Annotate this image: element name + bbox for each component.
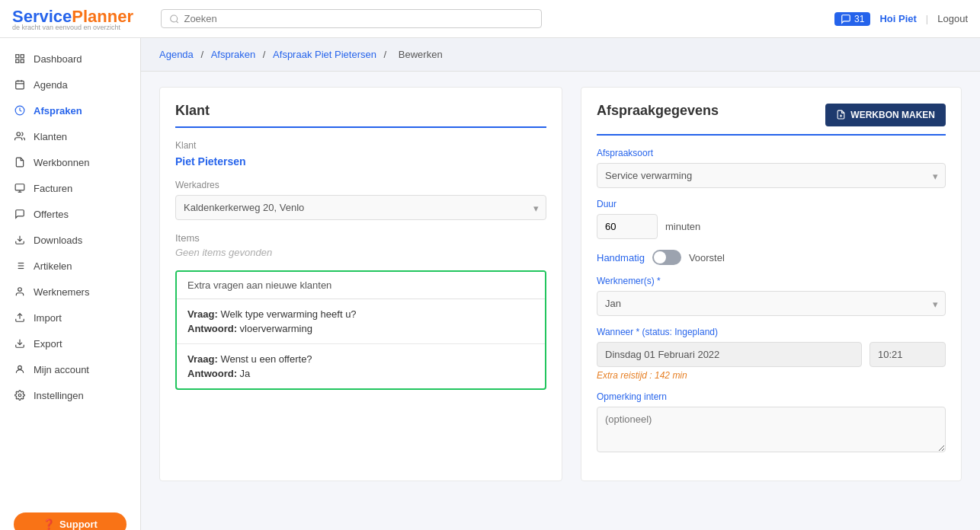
customer-label: Klant xyxy=(175,140,546,151)
customer-field-group: Klant Piet Pietersen xyxy=(175,140,546,168)
werkbon-button[interactable]: WERKBON MAKEN xyxy=(825,104,946,126)
offertes-icon xyxy=(14,208,26,220)
svg-rect-4 xyxy=(16,59,19,62)
svg-line-1 xyxy=(176,21,178,22)
klanten-icon xyxy=(14,130,26,142)
sidebar-item-dashboard[interactable]: Dashboard xyxy=(0,46,140,72)
address-select[interactable]: Kaldenkerkerweg 20, Venlo xyxy=(175,195,546,220)
sidebar-label-werknemers: Werknemers xyxy=(34,286,89,298)
sidebar-label-instellingen: Instellingen xyxy=(34,390,84,401)
sidebar-label-dashboard: Dashboard xyxy=(34,53,82,65)
svg-rect-3 xyxy=(21,55,24,58)
duur-input[interactable] xyxy=(597,214,658,239)
breadcrumb-sep3: / xyxy=(384,49,389,60)
sidebar-label-downloads: Downloads xyxy=(34,235,82,246)
handmatig-row: Handmatig Voorstel xyxy=(597,250,946,265)
opmerking-label: Opmerking intern xyxy=(597,391,946,402)
logout-link[interactable]: Logout xyxy=(937,13,968,24)
werkbon-icon xyxy=(836,110,846,120)
address-field-group: Werkadres Kaldenkerkerweg 20, Venlo xyxy=(175,180,546,220)
breadcrumb-afspraken[interactable]: Afspraken xyxy=(211,49,256,60)
svg-rect-5 xyxy=(21,59,24,62)
svg-rect-6 xyxy=(16,81,24,89)
address-label: Werkadres xyxy=(175,180,546,190)
top-right: 31 Hoi Piet | Logout xyxy=(834,12,968,26)
dashboard-icon xyxy=(14,53,26,65)
sidebar-item-export[interactable]: Export xyxy=(0,330,140,356)
handmatig-toggle[interactable] xyxy=(652,250,681,265)
sidebar-item-offertes[interactable]: Offertes xyxy=(0,201,140,227)
artikelen-icon xyxy=(14,260,26,272)
sidebar-label-klanten: Klanten xyxy=(34,131,67,142)
no-items-text: Geen items gevonden xyxy=(175,247,546,258)
chat-icon xyxy=(841,14,851,24)
account-icon xyxy=(14,363,26,375)
wanneer-date-input[interactable] xyxy=(597,342,862,367)
werkbon-button-label: WERKBON MAKEN xyxy=(850,110,935,120)
sidebar-item-facturen[interactable]: Facturen xyxy=(0,175,140,201)
afspraken-icon xyxy=(14,104,26,117)
duur-row: minuten xyxy=(597,214,946,239)
svg-rect-12 xyxy=(15,184,24,190)
breadcrumb: Agenda / Afspraken / Afspraak Piet Piete… xyxy=(141,38,980,72)
svg-point-22 xyxy=(18,288,22,292)
afspraaksoort-label: Afspraaksoort xyxy=(597,148,946,158)
klant-panel-title: Klant xyxy=(175,103,546,128)
questions-box: Extra vragen aan nieuwe klanten Vraag: W… xyxy=(175,270,546,390)
sidebar-item-downloads[interactable]: Downloads xyxy=(0,227,140,253)
wanneer-label: Wanneer * (status: Ingepland) xyxy=(597,327,946,337)
vraag-prefix-1: Vraag: xyxy=(187,308,218,320)
sidebar-item-werkbonnen[interactable]: Werkbonnen xyxy=(0,149,140,175)
sidebar-label-artikelen: Artikelen xyxy=(34,260,72,272)
items-label: Items xyxy=(175,232,546,244)
werknemer-label: Werknemer(s) * xyxy=(597,276,946,286)
sidebar-item-instellingen[interactable]: Instellingen xyxy=(0,382,140,408)
svg-point-26 xyxy=(18,394,21,397)
sidebar: Dashboard Agenda Afspraken Klanten Werkb… xyxy=(0,38,141,530)
customer-name-link[interactable]: Piet Pietersen xyxy=(175,155,546,168)
sidebar-label-afspraken: Afspraken xyxy=(34,105,82,117)
afspraak-panel-title: Afspraakgegevens xyxy=(597,103,719,126)
sidebar-item-mijn-account[interactable]: Mijn account xyxy=(0,356,140,382)
support-button[interactable]: ❓ Support xyxy=(14,512,127,530)
sidebar-item-afspraken[interactable]: Afspraken xyxy=(0,97,140,123)
main-content: Agenda / Afspraken / Afspraak Piet Piete… xyxy=(141,38,980,530)
werknemer-group: Werknemer(s) * Jan xyxy=(597,276,946,316)
question-1-content: Welk type verwarming heeft u? xyxy=(220,308,356,320)
nav-divider: | xyxy=(926,13,928,24)
sidebar-bottom: ❓ Support Algemene voorwaarden xyxy=(0,505,140,530)
opmerking-textarea[interactable] xyxy=(597,407,946,452)
sidebar-item-werknemers[interactable]: Werknemers xyxy=(0,279,140,305)
items-field-group: Items Geen items gevonden xyxy=(175,232,546,258)
afspraaksoort-group: Afspraaksoort Service verwarming xyxy=(597,148,946,188)
right-panel-header: Afspraakgegevens WERKBON MAKEN xyxy=(597,103,946,136)
question-1-text: Vraag: Welk type verwarming heeft u? xyxy=(187,308,534,320)
export-icon xyxy=(14,337,26,350)
sidebar-label-export: Export xyxy=(34,338,62,350)
wanneer-row xyxy=(597,342,946,367)
search-bar xyxy=(161,9,542,28)
sidebar-item-agenda[interactable]: Agenda xyxy=(0,72,140,97)
duur-label: Duur xyxy=(597,199,946,209)
wanneer-group: Wanneer * (status: Ingepland) Extra reis… xyxy=(597,327,946,381)
question-row-2: Vraag: Wenst u een offerte? Antwoord: Ja xyxy=(177,344,545,388)
breadcrumb-agenda[interactable]: Agenda xyxy=(159,49,194,60)
answer-1-content: vloerverwarming xyxy=(240,323,312,334)
antwoord-prefix-1: Antwoord: xyxy=(187,323,237,334)
import-icon xyxy=(14,311,26,324)
search-input[interactable] xyxy=(184,13,533,24)
answer-2-text: Antwoord: Ja xyxy=(187,368,534,379)
afspraaksoort-select[interactable]: Service verwarming xyxy=(597,163,946,188)
werknemer-select-wrapper: Jan xyxy=(597,291,946,316)
username: Hoi Piet xyxy=(879,13,916,24)
sidebar-label-mijn-account: Mijn account xyxy=(34,364,89,375)
breadcrumb-piet[interactable]: Afspraak Piet Pietersen xyxy=(273,49,376,60)
sidebar-item-artikelen[interactable]: Artikelen xyxy=(0,253,140,279)
wanneer-time-input[interactable] xyxy=(870,342,946,367)
werknemer-select[interactable]: Jan xyxy=(597,291,946,316)
notifications-button[interactable]: 31 xyxy=(834,12,870,26)
right-panel: Afspraakgegevens WERKBON MAKEN Afspraaks… xyxy=(581,87,962,481)
sidebar-item-klanten[interactable]: Klanten xyxy=(0,123,140,149)
questions-header: Extra vragen aan nieuwe klanten xyxy=(177,272,545,299)
sidebar-item-import[interactable]: Import xyxy=(0,305,140,330)
